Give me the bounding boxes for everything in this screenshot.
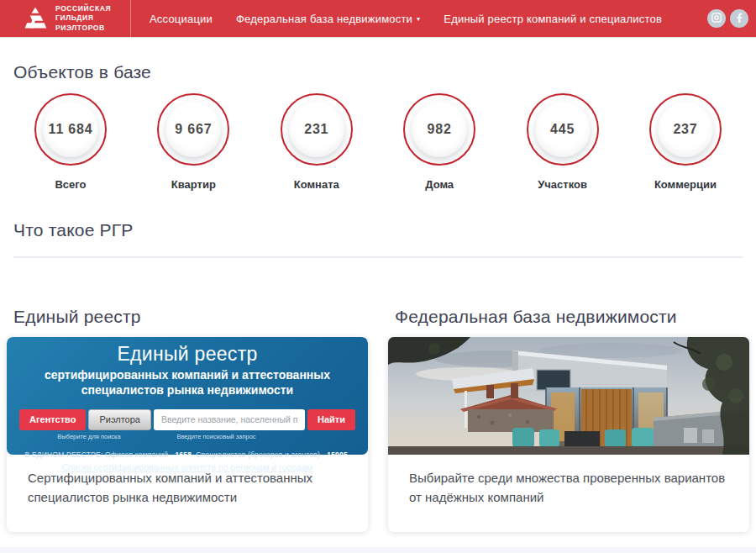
registry-card: Единый реестр сертифицированных компаний…	[7, 337, 368, 532]
query-hint: Введите поисковый запрос	[141, 433, 292, 440]
registry-stats-line: В ЕДИНОМ РЕЕСТРЕ: Офисов компаний - 1658…	[7, 450, 368, 459]
chevron-down-icon: ▾	[417, 16, 420, 23]
fedbase-card: Выбирайте среди множества проверенных ва…	[388, 337, 749, 532]
instagram-link[interactable]	[707, 9, 726, 28]
registry-banner-title: Единый реестр	[7, 343, 368, 366]
stat-circle: 231	[281, 93, 353, 166]
rgr-logo[interactable]: РОССИЙСКАЯ ГИЛЬДИЯ РИЭЛТОРОВ	[0, 0, 131, 37]
rgr-logo-icon	[22, 5, 49, 32]
choose-hint: Выберите для поиска	[40, 433, 139, 440]
nav-label: Единый реестр компаний и специалистов	[444, 13, 662, 25]
stat-total: 11 684 Всего	[34, 93, 108, 191]
form-hints: Выберите для поиска Введите поисковый за…	[7, 433, 368, 440]
stat-label: Всего	[55, 178, 86, 191]
stat-label: Участков	[538, 178, 587, 191]
stat-circle: 982	[403, 93, 475, 166]
stat-commercial: 237 Коммерции	[648, 93, 722, 191]
social-links	[707, 9, 748, 28]
stat-label: Квартир	[171, 178, 216, 191]
registry-banner-subtitle: сертифицированных компаний и аттестованн…	[7, 367, 368, 398]
stat-value: 982	[428, 122, 452, 137]
stat-value: 231	[304, 122, 328, 137]
facebook-icon	[734, 11, 744, 26]
stat-plots: 445 Участков	[526, 93, 600, 191]
fedbase-section-title: Федеральная база недвижимости	[388, 307, 749, 327]
about-section-title: Что такое РГР	[13, 220, 743, 240]
fedbase-caption: Выбирайте среди множества проверенных ва…	[388, 455, 749, 532]
find-button[interactable]: Найти	[307, 409, 355, 430]
stat-houses: 982 Дома	[402, 93, 476, 191]
stat-value: 445	[550, 122, 575, 137]
stats-section-title: Объектов в базе	[13, 62, 743, 82]
stat-label: Коммерции	[654, 178, 717, 191]
realtor-button[interactable]: Риэлтора	[88, 409, 151, 430]
section-divider	[13, 256, 743, 258]
instagram-icon	[711, 11, 722, 26]
house-photo-illustration	[388, 337, 749, 455]
stat-value: 11 684	[49, 122, 93, 137]
stat-circle: 445	[527, 93, 599, 166]
nav-item-federal-base[interactable]: Федеральная база недвижимости ▾	[236, 13, 420, 25]
stat-apartments: 9 667 Квартир	[156, 93, 230, 191]
stat-value: 9 667	[175, 122, 212, 137]
stat-label: Дома	[425, 178, 454, 191]
facebook-link[interactable]	[730, 9, 748, 28]
agency-button[interactable]: Агентство	[19, 409, 86, 430]
specialists-count: 15905	[327, 450, 348, 459]
stat-circle: 11 684	[34, 93, 107, 166]
registry-banner: Единый реестр сертифицированных компаний…	[7, 337, 368, 455]
fedbase-column: Федеральная база недвижимости	[388, 307, 749, 532]
main-nav: Ассоциации Федеральная база недвижимости…	[150, 13, 662, 25]
stat-circle: 9 667	[157, 93, 229, 166]
nav-label: Федеральная база недвижимости	[236, 13, 412, 25]
stat-rooms: 231 Комната	[280, 93, 354, 191]
federal-base-photo[interactable]	[388, 337, 749, 455]
nav-item-registry[interactable]: Единый реестр компаний и специалистов	[444, 13, 662, 25]
stats-circles-row: 11 684 Всего 9 667 Квартир 231 Комната 9…	[13, 93, 743, 191]
stat-circle: 237	[649, 93, 722, 166]
stat-label: Комната	[294, 178, 339, 191]
nav-item-associations[interactable]: Ассоциации	[150, 13, 213, 25]
registry-column: Единый реестр Единый реестр сертифициров…	[7, 307, 368, 532]
registry-section-title: Единый реестр	[7, 307, 368, 327]
registry-search-form: Агентство Риэлтора Найти	[7, 409, 368, 430]
header: РОССИЙСКАЯ ГИЛЬДИЯ РИЭЛТОРОВ Ассоциации …	[0, 0, 756, 37]
registry-search-input[interactable]	[154, 409, 305, 430]
bottom-section	[0, 547, 756, 553]
nav-label: Ассоциации	[150, 13, 213, 25]
logo-text: РОССИЙСКАЯ ГИЛЬДИЯ РИЭЛТОРОВ	[55, 4, 111, 32]
stat-value: 237	[673, 122, 697, 137]
offices-count: 1658	[175, 450, 192, 459]
